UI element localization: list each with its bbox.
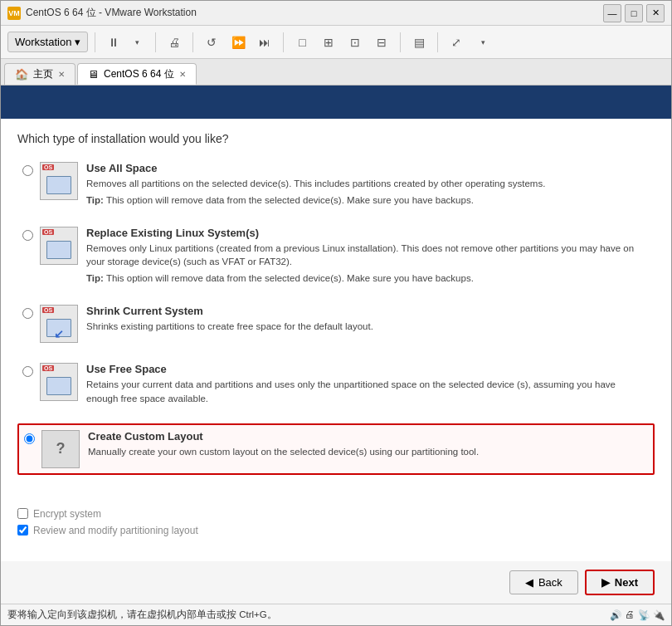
- replace-linux-tip-text: This option will remove data from the se…: [106, 273, 474, 283]
- replace-linux-text: Replace Existing Linux System(s) Removes…: [86, 227, 650, 285]
- view-button-2[interactable]: ⊞: [317, 31, 340, 54]
- shrink-current-title: Shrink Current System: [86, 305, 650, 317]
- toolbar-separator-6: [437, 32, 438, 52]
- review-partitioning-row: Review and modify partitioning layout: [17, 525, 655, 536]
- radio-use-all-space[interactable]: [22, 165, 33, 179]
- console-button[interactable]: ▤: [407, 31, 431, 54]
- use-all-space-icon: OS: [40, 162, 78, 200]
- use-all-space-tip: Tip: This option will remove data from t…: [86, 193, 650, 207]
- shrink-current-icon: OS ↙: [40, 305, 78, 343]
- encrypt-system-label: Encrypt system: [33, 508, 101, 520]
- status-icon-4: 🔌: [653, 609, 665, 621]
- use-free-space-title: Use Free Space: [86, 363, 650, 375]
- send-ctrl-alt-del-button[interactable]: 🖨: [163, 31, 186, 54]
- dropdown-arrow-icon: ▾: [75, 36, 80, 48]
- fullscreen-button[interactable]: ⤢: [445, 31, 468, 54]
- tabs-bar: 🏠 主页 ✕ 🖥 CentOS 6 64 位 ✕: [1, 59, 671, 86]
- content-scroll-area: Which type of installation would you lik…: [1, 86, 671, 561]
- revert-button[interactable]: ⏭: [253, 31, 276, 54]
- tab-centos[interactable]: 🖥 CentOS 6 64 位 ✕: [77, 63, 197, 85]
- status-text: 要将输入定向到该虚拟机，请在虚拟机内部单击或按 Ctrl+G。: [7, 609, 277, 621]
- status-icon-2: 🖨: [625, 609, 635, 621]
- next-button[interactable]: ▶ Next: [585, 570, 655, 595]
- maximize-button[interactable]: □: [625, 4, 643, 22]
- use-free-space-desc: Retains your current data and partitions…: [86, 378, 650, 404]
- workstation-menu-button[interactable]: Workstation ▾: [7, 32, 88, 52]
- replace-linux-tip: Tip: This option will remove data from t…: [86, 271, 650, 285]
- toolbar-separator-3: [192, 32, 193, 52]
- workstation-label: Workstation: [15, 36, 71, 48]
- view-button-3[interactable]: ⊡: [343, 31, 367, 54]
- status-icon-1: 🔊: [610, 609, 621, 621]
- review-partitioning-checkbox[interactable]: [17, 525, 28, 536]
- radio-shrink-current[interactable]: [22, 308, 33, 321]
- tab-centos-label: CentOS 6 64 位: [104, 67, 174, 81]
- use-all-space-text: Use All Space Removes all partitions on …: [86, 162, 650, 207]
- toolbar-separator-1: [95, 32, 95, 52]
- blue-header-bar: [1, 86, 671, 119]
- replace-linux-title: Replace Existing Linux System(s): [86, 227, 650, 239]
- footer-bar: ◀ Back ▶ Next: [1, 561, 671, 604]
- back-icon: ◀: [525, 576, 533, 589]
- tab-home-label: 主页: [33, 67, 53, 81]
- tab-home[interactable]: 🏠 主页 ✕: [4, 63, 75, 85]
- use-free-space-icon: OS: [40, 363, 78, 401]
- fullscreen-dropdown-button[interactable]: ▾: [471, 31, 494, 54]
- pause-dropdown-button[interactable]: ▾: [125, 31, 149, 54]
- vm-icon: 🖥: [88, 68, 99, 81]
- main-content: Which type of installation would you lik…: [1, 119, 671, 498]
- option-replace-linux[interactable]: OS Replace Existing Linux System(s) Remo…: [17, 222, 655, 290]
- option-use-free-space[interactable]: OS Use Free Space Retains your current d…: [17, 358, 655, 413]
- radio-create-custom[interactable]: [24, 433, 35, 447]
- create-custom-icon: ?: [41, 430, 80, 468]
- minimize-button[interactable]: —: [603, 4, 621, 22]
- create-custom-desc: Manually create your own custom layout o…: [88, 445, 648, 458]
- app-icon: VM: [7, 7, 21, 20]
- back-button[interactable]: ◀ Back: [509, 570, 578, 594]
- replace-linux-icon: OS: [40, 227, 78, 265]
- shrink-current-desc: Shrinks existing partitions to create fr…: [86, 320, 650, 333]
- encrypt-system-checkbox[interactable]: [17, 508, 28, 519]
- use-free-space-text: Use Free Space Retains your current data…: [86, 363, 650, 408]
- power-controls: ⏸ ▾: [102, 31, 149, 54]
- manage-snapshots-button[interactable]: ⏩: [226, 31, 250, 54]
- pause-button[interactable]: ⏸: [102, 31, 125, 54]
- window-title: CentOS 6 64 位 - VMware Workstation: [26, 6, 603, 20]
- use-all-space-tip-text: This option will remove data from the se…: [106, 195, 474, 205]
- snapshot-button[interactable]: ↺: [200, 31, 223, 54]
- replace-linux-desc: Removes only Linux partitions (created f…: [86, 242, 650, 268]
- use-all-space-title: Use All Space: [86, 162, 650, 174]
- next-icon: ▶: [601, 576, 610, 589]
- main-body: Which type of installation would you lik…: [1, 86, 671, 604]
- option-create-custom[interactable]: ? Create Custom Layout Manually create y…: [17, 423, 655, 475]
- radio-replace-linux[interactable]: [22, 230, 33, 243]
- window-controls: — □ ✕: [603, 4, 665, 22]
- toolbar-separator-4: [283, 32, 284, 52]
- toolbar: Workstation ▾ ⏸ ▾ 🖨 ↺ ⏩ ⏭ □ ⊞ ⊡ ⊟ ▤ ⤢ ▾: [1, 26, 671, 59]
- encrypt-system-row: Encrypt system: [17, 508, 655, 520]
- toolbar-separator-5: [400, 32, 401, 52]
- radio-use-free-space[interactable]: [22, 366, 33, 379]
- tab-centos-close[interactable]: ✕: [179, 70, 186, 79]
- view-button-4[interactable]: ⊟: [370, 31, 393, 54]
- option-use-all-space[interactable]: OS Use All Space Removes all partitions …: [17, 157, 655, 212]
- next-label: Next: [615, 576, 638, 589]
- toolbar-separator-2: [155, 32, 156, 52]
- home-icon: 🏠: [15, 68, 28, 81]
- option-shrink-current[interactable]: OS ↙ Shrink Current System Shrinks exist…: [17, 300, 655, 348]
- status-icon-3: 📡: [638, 609, 650, 621]
- question-label: Which type of installation would you lik…: [17, 132, 655, 145]
- shrink-current-text: Shrink Current System Shrinks existing p…: [86, 305, 650, 336]
- create-custom-text: Create Custom Layout Manually create you…: [88, 430, 648, 462]
- title-bar: VM CentOS 6 64 位 - VMware Workstation — …: [1, 1, 671, 26]
- back-label: Back: [538, 576, 562, 589]
- review-partitioning-label: Review and modify partitioning layout: [33, 525, 198, 536]
- close-button[interactable]: ✕: [646, 4, 665, 22]
- tab-home-close[interactable]: ✕: [58, 70, 65, 79]
- view-button-1[interactable]: □: [290, 31, 314, 54]
- status-icons: 🔊 🖨 📡 🔌: [610, 609, 665, 621]
- app-window: VM CentOS 6 64 位 - VMware Workstation — …: [0, 0, 672, 626]
- status-bar: 要将输入定向到该虚拟机，请在虚拟机内部单击或按 Ctrl+G。 🔊 🖨 📡 🔌: [1, 604, 671, 625]
- bottom-checkboxes: Encrypt system Review and modify partiti…: [1, 498, 671, 551]
- create-custom-title: Create Custom Layout: [88, 430, 648, 443]
